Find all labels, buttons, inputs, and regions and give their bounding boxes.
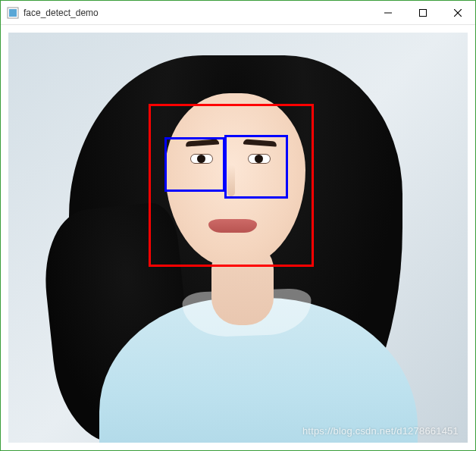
svg-rect-1 bbox=[9, 9, 17, 17]
close-button[interactable] bbox=[440, 1, 475, 24]
svg-rect-3 bbox=[420, 9, 427, 16]
window-title: face_detect_demo bbox=[23, 8, 371, 18]
app-icon bbox=[7, 7, 19, 19]
svg-rect-2 bbox=[384, 12, 392, 13]
minimize-icon bbox=[384, 9, 392, 17]
eye-detection-box-right bbox=[224, 135, 288, 199]
eye-detection-box-left bbox=[164, 137, 225, 192]
minimize-button[interactable] bbox=[371, 1, 406, 24]
titlebar[interactable]: face_detect_demo bbox=[1, 1, 475, 25]
image-canvas: https://blog.csdn.net/d1278661451 bbox=[8, 33, 468, 443]
watermark-text: https://blog.csdn.net/d1278661451 bbox=[302, 425, 459, 437]
app-window: face_detect_demo bbox=[0, 0, 476, 451]
content-area: https://blog.csdn.net/d1278661451 bbox=[1, 25, 475, 450]
maximize-button[interactable] bbox=[406, 1, 440, 24]
window-controls bbox=[371, 1, 475, 24]
close-icon bbox=[454, 9, 462, 17]
maximize-icon bbox=[419, 9, 427, 17]
